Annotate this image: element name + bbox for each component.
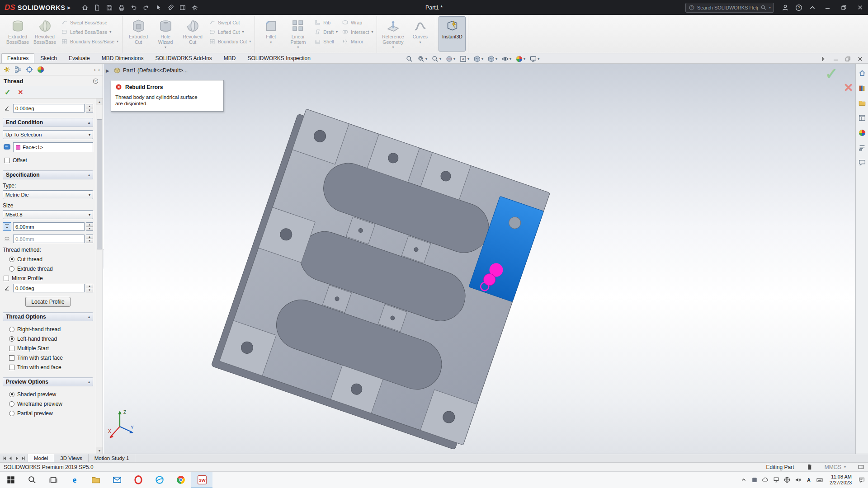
end-condition-header[interactable]: End Condition ▴ xyxy=(3,118,93,127)
search-caret-icon[interactable]: ▾ xyxy=(769,5,771,9)
preview-options-header[interactable]: Preview Options ▴ xyxy=(3,377,93,386)
tab-solidworks-add-ins[interactable]: SOLIDWORKS Add-Ins xyxy=(149,53,217,63)
dropdown-caret-icon[interactable]: ▾ xyxy=(336,30,338,34)
radio-shaded-preview[interactable]: Shaded preview xyxy=(3,389,93,399)
win-minimize-icon[interactable] xyxy=(832,56,839,62)
ribbon-button-hole-wizard[interactable]: Hole Wizard▾ xyxy=(152,16,179,52)
dropdown-caret-icon[interactable]: ▾ xyxy=(481,57,483,61)
checkbox-trim-with-start-face[interactable]: Trim with start face xyxy=(3,353,93,362)
revolved-cut-icon[interactable] xyxy=(185,19,200,33)
collapse-chevron-icon[interactable]: ▴ xyxy=(88,121,90,125)
radio-control[interactable] xyxy=(9,257,14,262)
home-icon[interactable] xyxy=(80,2,90,13)
profile-angle-spinner[interactable]: ▲▼ xyxy=(86,104,93,113)
close-button[interactable] xyxy=(852,0,868,15)
ribbon-button-instant3d[interactable]: Instant3D▾ xyxy=(439,16,466,52)
file-explorer-icon[interactable] xyxy=(91,475,101,485)
new-doc-icon[interactable] xyxy=(92,2,103,13)
offset-checkbox[interactable]: Offset xyxy=(3,155,93,165)
specification-header[interactable]: Specification ▴ xyxy=(3,170,93,179)
intersect-icon[interactable] xyxy=(342,28,349,35)
thread-options-header[interactable]: Thread Options ▴ xyxy=(3,312,93,321)
redo-icon[interactable] xyxy=(141,2,151,13)
dropdown-caret-icon[interactable]: ▾ xyxy=(165,45,166,49)
locate-profile-button[interactable]: Locate Profile xyxy=(25,297,70,307)
nav-first-icon[interactable] xyxy=(1,455,7,461)
extruded-cut-icon[interactable] xyxy=(131,19,146,33)
start-taskbar-button[interactable] xyxy=(0,472,21,488)
hide-items-button[interactable]: ▾ xyxy=(500,55,513,63)
chrome-icon[interactable] xyxy=(176,475,186,485)
print-icon[interactable] xyxy=(116,2,127,13)
globe-icon[interactable] xyxy=(783,476,791,483)
file-explorer-pane-icon[interactable] xyxy=(858,99,866,107)
ribbon-button-shell[interactable]: Shell xyxy=(313,38,339,45)
radio-partial-preview[interactable]: Partial preview xyxy=(3,408,93,418)
zoom-area-icon[interactable] xyxy=(417,55,425,63)
ribbon-button-rib[interactable]: Rib xyxy=(313,19,339,26)
wrap-icon[interactable] xyxy=(342,19,349,26)
menu-flyout-icon[interactable]: ▶ xyxy=(68,5,71,10)
nav-next-icon[interactable] xyxy=(14,455,20,461)
collapse-chevron-icon[interactable]: ▴ xyxy=(88,380,90,384)
view-orientation-button[interactable]: ▾ xyxy=(472,55,485,63)
pm-ok-button[interactable]: ✓ xyxy=(5,88,10,97)
help-search-box[interactable]: ? Search SOLIDWORKS Help ▾ xyxy=(685,3,774,13)
keyboard-icon[interactable] xyxy=(816,476,823,483)
edge-icon[interactable]: e xyxy=(70,475,80,485)
task-view-icon[interactable] xyxy=(48,475,58,485)
view-settings-button[interactable]: ▾ xyxy=(528,55,541,63)
radio-right-hand-thread[interactable]: Right-hand thread xyxy=(3,324,93,334)
tab-evaluate[interactable]: Evaluate xyxy=(63,53,96,63)
doc-tab-model[interactable]: Model xyxy=(28,454,54,462)
scrollbar-thumb[interactable] xyxy=(97,119,102,249)
tray-app-icon[interactable] xyxy=(751,476,758,483)
selection-listbox[interactable]: Face<1> xyxy=(13,142,93,152)
last-view-button[interactable]: ▾ xyxy=(430,55,443,63)
mail-icon[interactable] xyxy=(112,475,122,485)
sw-resources-home-icon[interactable] xyxy=(858,69,866,77)
doc-tab-motion-study-1[interactable]: Motion Study 1 xyxy=(89,454,136,462)
tab-features[interactable]: Features xyxy=(1,53,34,63)
help-icon[interactable]: ? xyxy=(793,2,805,14)
win-restore-icon[interactable] xyxy=(844,56,851,62)
dropdown-caret-icon[interactable]: ▾ xyxy=(538,57,539,61)
dropdown-caret-icon[interactable]: ▾ xyxy=(524,57,525,61)
part-3d-model[interactable] xyxy=(104,64,855,454)
ribbon-button-mirror[interactable]: Mirror xyxy=(340,38,374,45)
dynamic-annotation-icon[interactable]: A xyxy=(459,55,467,63)
dropdown-caret-icon[interactable]: ▾ xyxy=(117,39,118,43)
ribbon-button-extruded-boss-base[interactable]: Extruded Boss/Base▾ xyxy=(4,16,31,52)
boundary-icon[interactable] xyxy=(209,38,216,45)
start-icon[interactable] xyxy=(6,475,16,485)
tab-mbd[interactable]: MBD xyxy=(218,53,242,63)
confirmation-ok-icon[interactable]: ✓ xyxy=(825,65,838,83)
unit-system-selector[interactable]: MMGS ▾ xyxy=(825,464,846,470)
file-explorer-taskbar-button[interactable] xyxy=(85,472,106,488)
view-orientation-icon[interactable] xyxy=(473,55,481,63)
appearances-ball-icon[interactable] xyxy=(858,129,866,137)
thread-size-dropdown[interactable]: M5x0.8 ▾ xyxy=(3,210,93,219)
ribbon-button-fillet[interactable]: Fillet▾ xyxy=(257,16,284,52)
dropdown-caret-icon[interactable]: ▾ xyxy=(419,40,421,44)
feature-tree-flyout-icon[interactable]: ▶ xyxy=(106,68,109,73)
options-chevron-icon[interactable] xyxy=(807,2,818,14)
breadcrumb[interactable]: Part1 (Default<<Default>... xyxy=(113,67,188,74)
zoom-fit-button[interactable] xyxy=(404,55,415,63)
last-view-icon[interactable] xyxy=(431,55,439,63)
dropdown-caret-icon[interactable]: ▾ xyxy=(509,57,511,61)
radio-control[interactable] xyxy=(9,266,14,272)
ribbon-button-revolved-cut[interactable]: Revolved Cut▾ xyxy=(179,16,206,52)
collapse-left-icon[interactable] xyxy=(820,56,827,62)
dynamic-annotation-button[interactable]: A▾ xyxy=(458,55,471,63)
dropdown-caret-icon[interactable]: ▾ xyxy=(453,57,455,61)
override-pitch-spinner[interactable]: ▲▼ xyxy=(86,235,93,243)
ie-taskbar-button[interactable] xyxy=(149,472,170,488)
graphics-viewport[interactable]: ▶ Part1 (Default<<Default>... Rebuild Er… xyxy=(104,64,855,454)
custom-properties-icon[interactable] xyxy=(858,144,866,152)
mail-taskbar-button[interactable] xyxy=(106,472,127,488)
tab-scroll-left[interactable]: ‹ xyxy=(94,67,96,72)
rib-icon[interactable] xyxy=(314,19,321,26)
solidworks-taskbar-button[interactable]: SW xyxy=(191,472,212,488)
display-style-icon[interactable] xyxy=(487,55,495,63)
